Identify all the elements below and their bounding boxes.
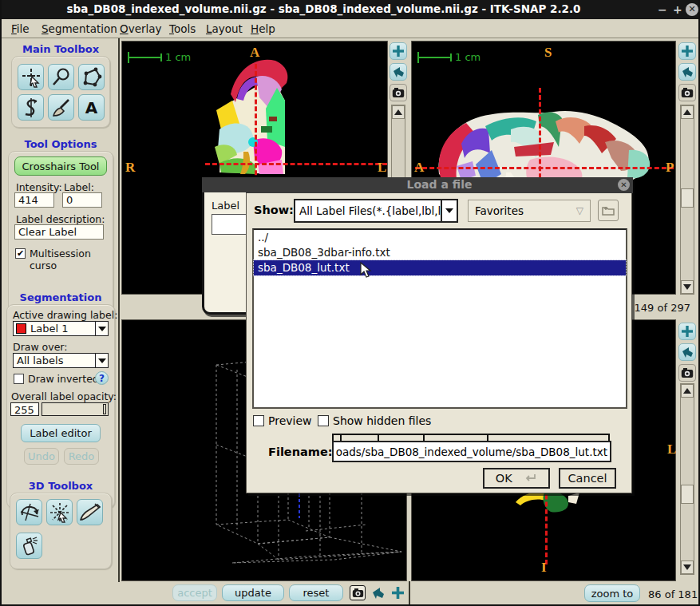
slice-scrollbar[interactable] xyxy=(680,383,694,575)
dialog-close-icon[interactable]: ✕ xyxy=(618,179,630,191)
camera-icon xyxy=(681,88,694,98)
dialog-title: Load a file xyxy=(407,178,473,191)
pan-button[interactable] xyxy=(370,585,386,600)
file-list-item[interactable]: sba_DB08_3dbar-info.txt xyxy=(254,245,626,260)
itk-snap-window: sba_DB08_indexed_volume.nii.gz - sba_DB0… xyxy=(0,0,700,606)
menu-overlay[interactable]: Overlay xyxy=(117,22,165,36)
zoom-in-button[interactable] xyxy=(678,42,696,60)
crosshair-horizontal xyxy=(415,167,674,169)
pan-button[interactable] xyxy=(678,63,696,81)
menu-segmentation[interactable]: Segmentation xyxy=(38,22,121,36)
menu-help[interactable]: Help xyxy=(247,22,279,36)
slice-counter: 149 of 297 xyxy=(635,302,690,314)
intensity-field[interactable]: 414 xyxy=(14,192,54,208)
label-value-field[interactable]: 0 xyxy=(62,192,102,208)
wizard-input[interactable] xyxy=(212,214,247,235)
label-editor-button[interactable]: Label editor xyxy=(21,424,101,442)
slice-scrollbar[interactable] xyxy=(680,105,694,295)
draw-over-dropdown[interactable]: All labels xyxy=(13,353,109,368)
3d-crosshair-button[interactable] xyxy=(46,499,73,525)
camera-icon xyxy=(681,368,694,378)
window-title: sba_DB08_indexed_volume.nii.gz - sba_DB0… xyxy=(2,2,646,15)
file-list-item-selected[interactable]: sba_DB08_lut.txt xyxy=(254,260,626,275)
pan-arrow-icon xyxy=(682,347,694,358)
crosshairs-tool-active-button[interactable]: Crosshairs Tool xyxy=(14,156,107,176)
zoom-tool-button[interactable] xyxy=(48,64,74,90)
zoom-in-button[interactable] xyxy=(678,323,696,340)
scroll-up-icon[interactable] xyxy=(681,105,694,119)
cancel-button[interactable]: Cancel xyxy=(559,468,616,489)
rotate-3d-icon xyxy=(19,502,40,523)
screenshot-button[interactable] xyxy=(390,84,407,101)
draw-inverted-checkbox[interactable] xyxy=(14,374,24,384)
screenshot-button[interactable] xyxy=(678,84,696,101)
screenshot-button[interactable] xyxy=(350,585,366,600)
multisession-checkbox[interactable]: ✔ xyxy=(15,248,26,259)
pan-button[interactable] xyxy=(678,343,696,361)
3d-trackball-button[interactable] xyxy=(16,499,42,525)
crosshair-tool-button[interactable] xyxy=(18,64,44,90)
screenshot-button[interactable] xyxy=(678,364,696,382)
label-description-label: Label description: xyxy=(16,213,105,225)
opacity-slider-thumb[interactable] xyxy=(103,404,106,414)
menu-layout[interactable]: Layout xyxy=(203,22,246,36)
favorites-dropdown[interactable]: Favorites ▽ xyxy=(468,200,591,222)
background-wizard-window: Label xyxy=(202,177,247,315)
pan-arrow-icon xyxy=(372,587,385,600)
preview-label: Preview xyxy=(268,414,312,427)
file-list[interactable]: ../ sba_DB08_3dbar-info.txt sba_DB08_lut… xyxy=(252,228,627,409)
zoom-to-fit-button[interactable]: zoom to fit xyxy=(584,584,640,602)
3d-spray-button[interactable] xyxy=(16,533,42,559)
scroll-up-icon[interactable] xyxy=(681,384,694,398)
scrollbar-thumb[interactable] xyxy=(681,188,694,208)
active-label-dropdown[interactable]: Label 1 xyxy=(13,321,109,336)
annotation-tool-button[interactable]: A xyxy=(78,94,105,121)
paintbrush-tool-button[interactable] xyxy=(48,94,74,121)
pan-arrow-icon xyxy=(682,66,694,78)
update-mesh-button[interactable]: update mesh xyxy=(222,584,284,601)
slice-counter: 86 of 181 xyxy=(648,588,698,600)
add-favorite-button[interactable] xyxy=(598,200,619,221)
close-button[interactable]: ✕ xyxy=(686,3,698,16)
help-button[interactable]: ? xyxy=(95,371,109,385)
show-hidden-checkbox[interactable] xyxy=(318,415,329,426)
active-drawing-label: Active drawing label: xyxy=(13,309,117,321)
camera-icon xyxy=(392,88,405,98)
scroll-down-icon[interactable] xyxy=(681,280,694,294)
maximize-button[interactable]: + xyxy=(673,3,682,16)
menu-tools[interactable]: Tools xyxy=(166,22,199,36)
menu-bar: File Segmentation Overlay Tools Layout H… xyxy=(2,19,700,38)
preview-checkbox[interactable] xyxy=(253,415,264,426)
3d-scalpel-button[interactable] xyxy=(77,499,103,525)
snake-tool-button[interactable] xyxy=(18,94,44,121)
file-list-item[interactable]: ../ xyxy=(254,230,626,245)
scalpel-icon xyxy=(80,502,101,523)
undo-button[interactable]: Undo xyxy=(24,448,59,465)
return-key-icon xyxy=(524,473,537,483)
scroll-down-icon[interactable] xyxy=(681,560,694,574)
segmentation-slice-axial xyxy=(512,489,584,518)
reset-view-button[interactable]: reset view xyxy=(289,584,343,601)
minimize-button[interactable]: − xyxy=(658,3,667,16)
chevron-down-outline-icon: ▽ xyxy=(576,205,590,216)
opacity-value-field[interactable]: 255 xyxy=(10,402,39,416)
redo-button[interactable]: Redo xyxy=(64,448,99,465)
scrollbar-thumb[interactable] xyxy=(681,485,694,504)
pan-button[interactable] xyxy=(390,63,407,81)
filename-input[interactable]: oads/sba_DB08_indexed_volume/sba_DB08_lu… xyxy=(332,441,611,462)
zoom-in-button[interactable] xyxy=(390,585,405,600)
accept-button[interactable]: accept xyxy=(172,584,217,601)
file-filter-combobox[interactable]: All Label Files(*.{label,lbl,l xyxy=(294,199,458,223)
dialog-titlebar[interactable]: Load a file ✕ xyxy=(246,177,633,193)
label-description-field[interactable]: Clear Label xyxy=(14,224,104,240)
ok-button[interactable]: OK xyxy=(483,468,550,489)
orientation-anterior: A xyxy=(250,45,259,61)
spray-can-icon xyxy=(19,536,40,556)
opacity-slider[interactable] xyxy=(42,402,109,416)
label-label: Label: xyxy=(64,181,94,193)
zoom-in-button[interactable] xyxy=(390,42,407,60)
chevron-down-icon xyxy=(95,354,108,367)
polygon-tool-button[interactable] xyxy=(78,64,105,90)
menu-file[interactable]: File xyxy=(8,22,33,36)
scroll-up-icon[interactable] xyxy=(392,105,405,119)
